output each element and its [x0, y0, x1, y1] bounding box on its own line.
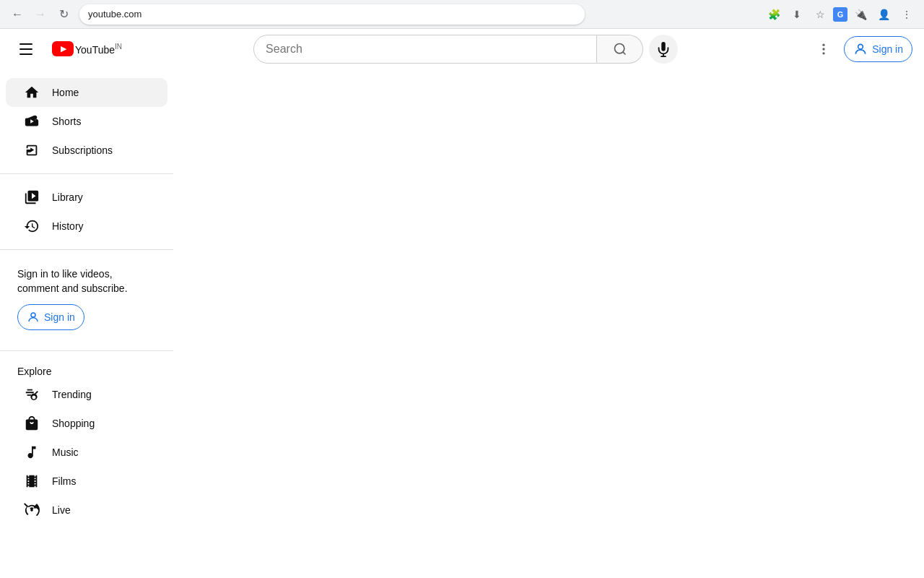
sidebar: Home Shorts Subscriptions Library	[0, 69, 173, 578]
shorts-icon	[23, 113, 40, 129]
svg-point-8	[31, 313, 35, 317]
youtube-app: YouTubeIN	[0, 29, 924, 578]
sidebar-label-shopping: Shopping	[52, 418, 95, 429]
search-form	[253, 35, 643, 64]
music-icon	[23, 444, 40, 460]
home-icon	[23, 85, 40, 100]
more-button[interactable]: ⋮	[897, 4, 917, 25]
svg-point-7	[858, 44, 863, 49]
sidebar-item-shopping[interactable]: Shopping	[6, 409, 167, 438]
films-icon	[23, 473, 40, 489]
sidebar-label-library: Library	[52, 191, 83, 203]
sidebar-divider-1	[0, 173, 173, 174]
forward-button[interactable]: →	[30, 4, 51, 25]
search-input-wrapper	[253, 35, 597, 64]
shopping-icon	[23, 415, 40, 431]
sidebar-item-live[interactable]: Live	[6, 496, 167, 525]
sidebar-label-live: Live	[52, 504, 71, 516]
youtube-logo-text: YouTubeIN	[75, 43, 122, 56]
sidebar-account-icon	[27, 311, 40, 324]
search-button[interactable]	[597, 35, 643, 64]
address-bar[interactable]	[79, 4, 585, 25]
profile-button[interactable]: 👤	[873, 4, 894, 25]
sidebar-item-trending[interactable]: Trending	[6, 380, 167, 409]
svg-point-0	[614, 43, 624, 53]
header-left: YouTubeIN	[12, 35, 122, 64]
hamburger-line-3	[19, 53, 32, 55]
downloads-button[interactable]: ⬇	[787, 4, 807, 25]
sidebar-label-music: Music	[52, 447, 79, 458]
sidebar-item-music[interactable]: Music	[6, 438, 167, 467]
subscriptions-icon	[23, 142, 40, 158]
sign-in-label: Sign in	[872, 43, 903, 55]
library-icon	[23, 189, 40, 205]
sidebar-label-shorts: Shorts	[52, 116, 81, 127]
extension-icon-1: G	[833, 7, 847, 22]
sidebar-divider-3	[0, 350, 173, 351]
sidebar-label-trending: Trending	[52, 389, 92, 400]
bookmark-button[interactable]: ☆	[810, 4, 830, 25]
sign-in-promo-text: Sign in to like videos, comment and subs…	[17, 267, 156, 296]
live-icon	[23, 502, 40, 518]
youtube-logo[interactable]: YouTubeIN	[52, 41, 122, 56]
puzzle-button[interactable]: 🔌	[850, 4, 871, 25]
browser-toolbar-right: 🧩 ⬇ ☆ G 🔌 👤 ⋮	[764, 4, 917, 25]
history-icon	[23, 218, 40, 234]
sidebar-item-films[interactable]: Films	[6, 467, 167, 496]
browser-nav-buttons: ← → ↻	[7, 4, 74, 25]
sidebar-label-films: Films	[52, 475, 76, 487]
hamburger-line-1	[19, 43, 32, 45]
sidebar-sign-in-label: Sign in	[44, 311, 75, 323]
extensions-button[interactable]: 🧩	[764, 4, 784, 25]
sidebar-item-history[interactable]: History	[6, 212, 167, 241]
sign-in-promo: Sign in to like videos, comment and subs…	[0, 259, 173, 342]
hamburger-line-2	[19, 48, 32, 50]
youtube-body: Home Shorts Subscriptions Library	[0, 69, 924, 578]
sidebar-label-subscriptions: Subscriptions	[52, 144, 113, 156]
search-icon	[613, 42, 627, 56]
trending-icon	[23, 387, 40, 402]
sidebar-sign-in-button[interactable]: Sign in	[17, 304, 84, 330]
youtube-header: YouTubeIN	[0, 29, 924, 69]
sidebar-item-home[interactable]: Home	[6, 78, 167, 107]
more-vert-icon	[816, 42, 831, 56]
browser-chrome: ← → ↻ 🧩 ⬇ ☆ G 🔌 👤 ⋮	[0, 0, 924, 29]
search-input[interactable]	[266, 43, 585, 56]
logo-text-youtube: YouTube	[75, 43, 115, 55]
sidebar-item-subscriptions[interactable]: Subscriptions	[6, 136, 167, 165]
sidebar-item-library[interactable]: Library	[6, 183, 167, 212]
more-options-button[interactable]	[809, 35, 838, 64]
account-icon	[853, 42, 868, 56]
svg-point-4	[823, 43, 825, 46]
sidebar-divider-2	[0, 249, 173, 250]
main-content	[173, 69, 924, 578]
reload-button[interactable]: ↻	[53, 4, 74, 25]
explore-section-title: Explore	[0, 360, 173, 380]
sidebar-item-shorts[interactable]: Shorts	[6, 107, 167, 136]
sidebar-label-home: Home	[52, 87, 79, 98]
header-center	[122, 35, 809, 64]
mic-icon	[655, 41, 671, 57]
header-sign-in-button[interactable]: Sign in	[844, 36, 912, 62]
svg-line-1	[622, 51, 625, 54]
youtube-logo-icon	[52, 41, 74, 56]
back-button[interactable]: ←	[7, 4, 27, 25]
sidebar-label-history: History	[52, 220, 84, 232]
logo-country: IN	[115, 43, 122, 51]
header-right: Sign in	[809, 35, 912, 64]
mic-button[interactable]	[649, 35, 678, 64]
svg-point-6	[823, 52, 825, 54]
hamburger-button[interactable]	[12, 35, 40, 64]
svg-point-5	[823, 48, 825, 50]
